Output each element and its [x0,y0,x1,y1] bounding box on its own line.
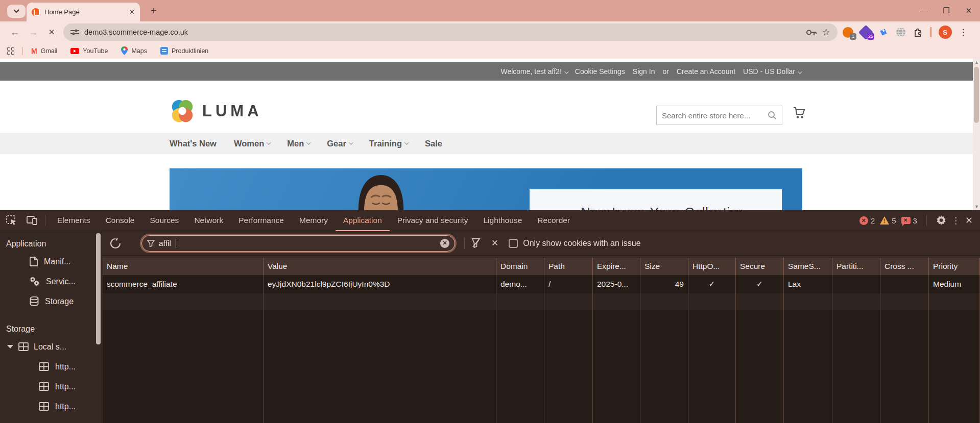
currency-switcher[interactable]: USD - US Dollar [743,67,801,76]
console-warnings-badge[interactable]: 5 [880,216,896,225]
refresh-icon[interactable] [110,238,121,249]
profile-avatar[interactable]: S [939,26,952,39]
nav-training[interactable]: Training [369,139,408,148]
hero-banner[interactable]: New Luma Yoga Collection [170,168,802,210]
store-search[interactable] [656,106,782,125]
cookie-samesite-cell[interactable]: Lax [784,275,832,293]
site-settings-icon[interactable] [70,29,79,36]
inspect-element-icon[interactable] [3,213,20,228]
cookie-cross-cell[interactable] [880,275,929,293]
bookmark-maps[interactable]: Maps [121,46,147,55]
search-input[interactable] [662,111,768,120]
forward-button[interactable]: → [27,26,40,39]
browser-tab[interactable]: Home Page ✕ [27,3,140,21]
reset-filters-icon[interactable] [471,238,481,248]
cookie-partition-cell[interactable] [832,275,880,293]
sidebar-item-origin[interactable]: http... [0,357,102,377]
back-button[interactable]: ← [8,26,21,39]
password-key-icon[interactable] [806,29,817,36]
devtools-menu-icon[interactable]: ⋮ [951,215,960,226]
column-header[interactable]: Name [103,258,264,275]
cookie-expires-cell[interactable]: 2025-0... [593,275,640,293]
devtools-tab-elements[interactable]: Elements [50,210,98,231]
store-logo[interactable]: LUMA [170,98,262,124]
issues-badge[interactable]: ✕3 [901,216,917,225]
cookie-priority-cell[interactable]: Medium [929,275,980,293]
address-bar[interactable]: demo3.scommerce-mage.co.uk ☆ [63,23,838,41]
bookmark-gmail[interactable]: M Gmail [31,47,57,55]
scrollbar-thumb[interactable] [96,233,101,344]
column-header[interactable]: HttpO... [688,258,736,275]
scroll-down-icon[interactable]: ▼ [974,205,978,209]
stop-button[interactable]: ✕ [45,26,58,39]
column-header[interactable]: Priority [929,258,980,275]
welcome-message[interactable]: Welcome, test aff2! [500,67,567,76]
devtools-tab-network[interactable]: Network [186,210,231,231]
devtools-tab-performance[interactable]: Performance [231,210,292,231]
bookmark-produktlinien[interactable]: Produktlinien [160,47,208,55]
extensions-puzzle-icon[interactable] [913,27,923,37]
devtools-tab-sources[interactable]: Sources [142,210,187,231]
window-restore-button[interactable]: ❐ [935,0,958,21]
sidebar-item-local-storage[interactable]: Local s... [0,337,102,357]
bookmark-youtube[interactable]: YouTube [70,47,108,55]
column-header[interactable]: Path [544,258,593,275]
cart-icon[interactable] [793,106,806,119]
scrollbar-thumb[interactable] [974,67,979,123]
browser-menu-icon[interactable]: ⋮ [959,27,968,38]
devtools-tab-application[interactable]: Application [336,210,390,231]
extension-tag-icon[interactable] [878,27,889,37]
column-header[interactable]: Partiti... [832,258,880,275]
devtools-tab-lighthouse[interactable]: Lighthouse [475,210,530,231]
scroll-up-icon[interactable]: ▲ [974,60,978,64]
tab-search-button[interactable] [7,5,26,18]
globe-icon[interactable] [896,27,906,37]
search-icon[interactable] [768,111,777,120]
column-header[interactable]: Expire... [593,258,640,275]
sidebar-item-origin[interactable]: http... [0,377,102,396]
sidebar-item-manifest[interactable]: Manif... [0,252,102,271]
device-toolbar-icon[interactable] [23,213,41,228]
sidebar-item-service-workers[interactable]: Servic... [0,271,102,291]
column-header[interactable]: Domain [496,258,544,275]
column-header[interactable]: Size [640,258,688,275]
devtools-tab-memory[interactable]: Memory [292,210,336,231]
extension-orange-icon[interactable]: 1 [843,27,853,38]
cookie-domain-cell[interactable]: demo... [496,275,544,293]
cookie-table-header[interactable]: Name Value Domain Path Expire... Size Ht… [103,258,980,275]
nav-men[interactable]: Men [287,139,309,148]
devtools-close-icon[interactable]: ✕ [965,215,973,226]
delete-all-cookies-icon[interactable]: ✕ [488,238,501,248]
nav-sale[interactable]: Sale [425,139,442,148]
cookie-secure-cell[interactable]: ✓ [736,275,784,293]
nav-whats-new[interactable]: What's New [170,139,217,148]
cookie-name-cell[interactable]: scommerce_affiliate [103,275,264,293]
nav-gear[interactable]: Gear [327,139,352,148]
clear-filter-icon[interactable]: ✕ [440,239,449,248]
console-errors-badge[interactable]: ✕2 [859,216,875,225]
window-close-button[interactable]: ✕ [958,0,980,21]
create-account-link[interactable]: Create an Account [677,67,735,76]
sidebar-item-origin[interactable]: http... [0,396,102,416]
tab-close-icon[interactable]: ✕ [129,8,135,16]
cookie-filter-input[interactable]: affil ✕ [141,235,455,252]
column-header[interactable]: SameS... [784,258,832,275]
new-tab-button[interactable]: + [147,4,160,17]
issue-cookies-checkbox[interactable] [509,239,518,248]
page-scrollbar[interactable]: ▲ ▼ [973,59,980,210]
cookie-size-cell[interactable]: 49 [640,275,688,293]
nav-women[interactable]: Women [234,139,270,148]
cookie-path-cell[interactable]: / [544,275,593,293]
window-minimize-button[interactable]: — [913,0,935,21]
devtools-tab-recorder[interactable]: Recorder [530,210,578,231]
sidebar-scrollbar[interactable] [96,233,101,421]
devtools-tab-console[interactable]: Console [98,210,142,231]
cookie-httponly-cell[interactable]: ✓ [688,275,736,293]
column-header[interactable]: Secure [736,258,784,275]
extension-purple-icon[interactable]: 25 [861,27,871,38]
expander-triangle-icon[interactable] [7,345,13,349]
cookie-row[interactable]: scommerce_affiliate eyJjdXN0b21lcl9pZCI6… [103,275,980,293]
column-header[interactable]: Cross ... [880,258,929,275]
cookie-value-cell[interactable]: eyJjdXN0b21lcl9pZCI6IjUyIn0%3D [264,275,496,293]
settings-gear-icon[interactable] [936,215,946,226]
